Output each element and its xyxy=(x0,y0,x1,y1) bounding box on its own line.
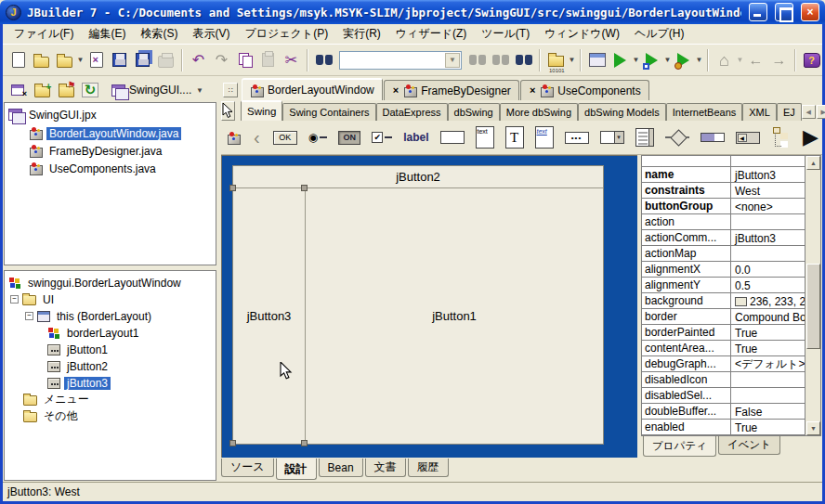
palette-tab-internetbeans[interactable]: InternetBeans xyxy=(666,103,743,121)
property-value[interactable]: False xyxy=(731,404,805,419)
tab-usecomponents[interactable]: × UseComponents xyxy=(520,80,649,100)
selection-handle[interactable] xyxy=(301,440,308,446)
forward-button[interactable]: → xyxy=(767,48,791,71)
palette-jlabel[interactable]: label xyxy=(403,131,428,144)
close-file-button[interactable] xyxy=(85,48,108,71)
menu-help[interactable]: ヘルプ(H) xyxy=(627,24,692,44)
search-combobox[interactable]: ▼ xyxy=(339,51,462,70)
ui-folder-label[interactable]: UI xyxy=(40,293,57,306)
menu-wizard[interactable]: ウィザード(Z) xyxy=(388,24,474,44)
jbutton1-label[interactable]: jButton1 xyxy=(64,343,111,356)
file-label-borderlayoutwindow[interactable]: BorderLayoutWindow.java xyxy=(46,127,181,140)
property-value[interactable]: jButton3 xyxy=(731,230,805,245)
jbutton3-label[interactable]: jButton3 xyxy=(64,377,111,390)
designer-jbutton1[interactable]: jButton1 xyxy=(306,188,603,444)
property-value[interactable]: jButton3 xyxy=(731,167,805,182)
tree-row-ui-folder[interactable]: UI xyxy=(10,291,57,307)
palette-jtogglebutton[interactable]: ON xyxy=(338,131,360,145)
project-tree[interactable]: SwingGUI.jpx BorderLayoutWindow.java Fra… xyxy=(4,102,216,265)
designed-frame[interactable]: jButton2 jButton3 jButton1 xyxy=(232,165,604,445)
cut-button[interactable]: ✂ xyxy=(280,48,303,71)
tree-row-class-root[interactable]: swinggui.BorderLayoutWindow xyxy=(8,275,184,291)
back-button[interactable]: ← xyxy=(744,48,767,71)
palette-jcheckbox[interactable]: ✔ xyxy=(372,132,392,143)
scroll-up-button[interactable]: ▲ xyxy=(806,156,820,170)
home-button[interactable]: ⌂ xyxy=(713,48,736,71)
collapse-icon[interactable] xyxy=(10,295,19,304)
tab-borderlayoutwindow[interactable]: BorderLayoutWindow xyxy=(242,78,383,100)
other-folder-label[interactable]: その他 xyxy=(41,408,81,424)
property-value[interactable] xyxy=(731,372,805,387)
palette-jprogressbar[interactable] xyxy=(701,133,725,142)
tab-history[interactable]: 履歴 xyxy=(408,459,449,477)
search-path-button[interactable] xyxy=(512,48,535,71)
menu-project[interactable]: プロジェクト(P) xyxy=(237,24,335,44)
close-button[interactable]: × xyxy=(801,3,819,21)
designer-jbutton3[interactable]: jButton3 xyxy=(233,188,306,444)
property-value[interactable]: <none> xyxy=(731,199,805,213)
tree-row-project-root[interactable]: SwingGUI.jpx xyxy=(8,107,99,123)
scroll-tabs-right-button[interactable]: ▶ xyxy=(817,105,825,119)
make-caret-icon[interactable]: ▼ xyxy=(568,56,576,64)
palette-jbutton[interactable]: OK xyxy=(273,131,297,145)
palette-jtree[interactable] xyxy=(771,126,792,149)
optimize-caret-icon[interactable]: ▼ xyxy=(695,56,703,64)
palette-tab-dbswing-models[interactable]: dbSwing Models xyxy=(578,103,666,121)
tab-doc[interactable]: 文書 xyxy=(365,459,406,477)
home-caret-icon[interactable]: ▼ xyxy=(736,56,744,64)
selection-handle[interactable] xyxy=(229,440,236,446)
palette-jscrollbar[interactable] xyxy=(736,132,760,144)
maximize-button[interactable] xyxy=(775,3,793,21)
print-button[interactable] xyxy=(154,48,177,71)
open-file-button[interactable] xyxy=(30,48,53,71)
tree-row-other-folder[interactable]: その他 xyxy=(23,408,81,424)
tree-row-jbutton3[interactable]: jButton3 xyxy=(47,375,111,391)
reopen-caret-icon[interactable]: ▼ xyxy=(76,56,85,64)
borderlayout-label[interactable]: borderLayout1 xyxy=(64,327,141,340)
property-value[interactable]: 0.5 xyxy=(731,278,805,292)
palette-tab-dataexpress[interactable]: DataExpress xyxy=(376,103,448,121)
menu-folder-label[interactable]: メニュー xyxy=(41,392,92,407)
scroll-down-button[interactable]: ▼ xyxy=(806,421,820,435)
menu-edit[interactable]: 編集(E) xyxy=(81,24,133,44)
collapse-icon[interactable] xyxy=(25,312,33,320)
tree-row-file[interactable]: FrameByDesigner.java xyxy=(29,143,164,159)
property-value[interactable]: True xyxy=(731,420,805,434)
tab-source[interactable]: ソース xyxy=(221,459,274,477)
optimize-button[interactable] xyxy=(672,48,695,71)
new-bean-button[interactable] xyxy=(227,132,241,144)
run-config-button[interactable] xyxy=(585,48,609,71)
file-label-framebydesigner[interactable]: FrameByDesigner.java xyxy=(46,145,164,158)
title-bar[interactable]: J JBuilder 7 - C:/Documents and Settings… xyxy=(0,0,825,24)
tab-properties[interactable]: プロパティ xyxy=(643,436,716,457)
property-value[interactable] xyxy=(731,246,805,261)
property-value[interactable]: 236, 233, 2 xyxy=(731,293,805,308)
selection-handle[interactable] xyxy=(301,185,308,191)
undo-button[interactable]: ↶ xyxy=(187,48,210,71)
menu-tools[interactable]: ツール(T) xyxy=(474,24,537,44)
scroll-tabs-left-button[interactable]: ◀ xyxy=(802,105,816,119)
palette-tab-xml[interactable]: XML xyxy=(742,103,777,121)
new-file-button[interactable] xyxy=(7,48,30,71)
property-value[interactable]: 0.0 xyxy=(731,262,805,277)
palette-scroll-right-button[interactable]: ▶ xyxy=(803,127,818,148)
minimize-button[interactable] xyxy=(749,3,767,21)
tab-dock-handle[interactable]: ∷ xyxy=(223,83,238,97)
property-value[interactable]: West xyxy=(731,183,805,198)
close-project-button[interactable]: × xyxy=(7,81,28,99)
debug-button[interactable] xyxy=(640,48,663,71)
tree-row-menu-folder[interactable]: メニュー xyxy=(23,392,92,407)
search-dropdown-icon[interactable]: ▼ xyxy=(445,53,460,68)
refresh-button[interactable]: ↻ xyxy=(80,81,100,99)
help-button[interactable]: ? xyxy=(800,48,823,71)
palette-jtextpane[interactable]: text xyxy=(535,126,554,149)
scrollbar-thumb[interactable] xyxy=(806,264,820,349)
find-button[interactable] xyxy=(312,48,335,71)
palette-jpasswordfield[interactable]: ••• xyxy=(565,132,589,144)
redo-button[interactable]: ↷ xyxy=(210,48,233,71)
palette-tab-dbswing[interactable]: dbSwing xyxy=(448,103,500,121)
structure-tree[interactable]: swinggui.BorderLayoutWindow UI this (Bor… xyxy=(4,270,216,481)
designer-jbutton2[interactable]: jButton2 xyxy=(233,166,603,188)
menu-file[interactable]: ファイル(F) xyxy=(7,24,81,44)
palette-jtextarea[interactable]: text xyxy=(476,126,494,149)
